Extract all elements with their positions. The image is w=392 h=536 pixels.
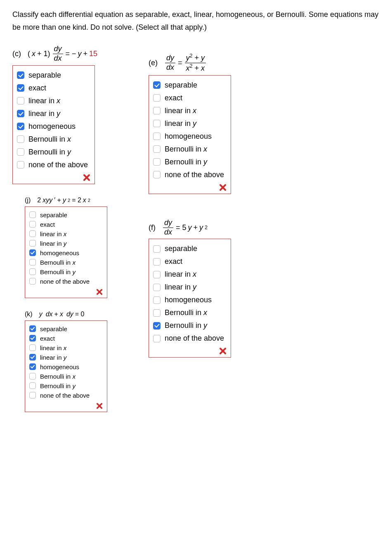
checkbox-icon [29, 392, 36, 398]
checkbox-icon [29, 268, 36, 275]
opt-k-exact[interactable]: exact [29, 334, 103, 343]
opt-e-none[interactable]: none of the above [153, 168, 227, 181]
question-e: (e) dydx = y2 + yx2 + x separable exact … [149, 53, 231, 194]
checkbox-icon [153, 271, 161, 278]
opt-c-homogeneous[interactable]: homogeneous [17, 120, 90, 133]
question-c: (c) (x + 1) dydx = −y + 15 separable exa… [12, 45, 107, 184]
checkbox-icon [153, 296, 161, 304]
opt-f-linear-x[interactable]: linear in x [153, 268, 227, 281]
checkbox-icon [153, 258, 161, 266]
checkbox-icon [153, 309, 161, 317]
checkbox-icon [29, 249, 36, 256]
opt-k-separable[interactable]: separable [29, 324, 103, 334]
opt-j-bernoulli-y[interactable]: Bernoulli in y [29, 267, 103, 277]
checkbox-icon [153, 133, 161, 140]
opt-k-bernoulli-y[interactable]: Bernoulli in y [29, 381, 103, 391]
answers-k: separable exact linear in x linear in y … [25, 320, 107, 412]
opt-k-none[interactable]: none of the above [29, 391, 103, 400]
checkbox-icon [17, 84, 24, 92]
checkbox-icon [153, 145, 161, 153]
opt-e-exact[interactable]: exact [153, 92, 227, 104]
checkbox-icon [29, 211, 36, 218]
checkbox-icon [29, 278, 36, 285]
question-k: (k) y dx + x dy = 0 separable exact line… [25, 311, 107, 412]
equation-f: (f) dydx = 5y + y2 [149, 219, 231, 237]
equation-e: (e) dydx = y2 + yx2 + x [149, 53, 231, 73]
checkbox-icon [153, 245, 161, 253]
opt-k-linear-x[interactable]: linear in x [29, 343, 103, 353]
answers-c: separable exact linear in x linear in y … [12, 65, 95, 184]
checkbox-icon [153, 158, 161, 166]
checkbox-icon [153, 120, 161, 127]
opt-e-bernoulli-x[interactable]: Bernoulli in x [153, 143, 227, 156]
opt-e-linear-y[interactable]: linear in y [153, 117, 227, 130]
opt-k-bernoulli-x[interactable]: Bernoulli in x [29, 372, 103, 381]
right-column: (e) dydx = y2 + yx2 + x separable exact … [149, 45, 231, 425]
checkbox-icon [29, 230, 36, 237]
checkbox-icon [153, 94, 161, 102]
checkbox-icon [29, 373, 36, 379]
checkbox-icon [29, 221, 36, 228]
opt-e-homogeneous[interactable]: homogeneous [153, 130, 227, 143]
wrong-icon [96, 403, 103, 409]
opt-e-separable[interactable]: separable [153, 79, 227, 92]
label-e: (e) [149, 59, 158, 67]
opt-e-bernoulli-y[interactable]: Bernoulli in y [153, 156, 227, 168]
checkbox-icon [29, 259, 36, 266]
checkbox-icon [17, 135, 24, 143]
checkbox-icon [17, 71, 24, 79]
checkbox-icon [29, 382, 36, 389]
opt-k-linear-y[interactable]: linear in y [29, 353, 103, 362]
instructions-text: Classify each differential equation as s… [12, 8, 380, 33]
checkbox-icon [17, 161, 24, 168]
equation-j: (j) 2xyy′ + y2 = 2x2 [25, 197, 107, 204]
answers-f: separable exact linear in x linear in y … [149, 239, 231, 358]
opt-f-none[interactable]: none of the above [153, 332, 227, 345]
checkbox-icon [17, 97, 24, 104]
label-f: (f) [149, 223, 156, 232]
equation-c: (c) (x + 1) dydx = −y + 15 [12, 45, 107, 63]
left-column: (c) (x + 1) dydx = −y + 15 separable exa… [12, 45, 107, 425]
opt-j-separable[interactable]: separable [29, 210, 103, 220]
checkbox-icon [29, 354, 36, 360]
checkbox-icon [29, 344, 36, 351]
opt-j-exact[interactable]: exact [29, 220, 103, 229]
opt-j-linear-x[interactable]: linear in x [29, 229, 103, 239]
opt-j-homogeneous[interactable]: homogeneous [29, 248, 103, 258]
checkbox-icon [153, 335, 161, 342]
checkbox-icon [29, 335, 36, 342]
opt-c-none[interactable]: none of the above [17, 159, 90, 171]
opt-f-separable[interactable]: separable [153, 242, 227, 255]
checkbox-icon [153, 107, 161, 114]
opt-c-bernoulli-y[interactable]: Bernoulli in y [17, 146, 90, 159]
opt-c-separable[interactable]: separable [17, 69, 90, 82]
opt-c-linear-y[interactable]: linear in y [17, 107, 90, 120]
opt-j-linear-y[interactable]: linear in y [29, 239, 103, 248]
opt-e-linear-x[interactable]: linear in x [153, 104, 227, 117]
answers-e: separable exact linear in x linear in y … [149, 75, 231, 194]
opt-c-linear-x[interactable]: linear in x [17, 95, 90, 107]
checkbox-icon [153, 81, 161, 89]
opt-f-homogeneous[interactable]: homogeneous [153, 294, 227, 306]
opt-c-bernoulli-x[interactable]: Bernoulli in x [17, 133, 90, 146]
wrong-icon [96, 289, 103, 295]
checkbox-icon [153, 171, 161, 178]
question-j: (j) 2xyy′ + y2 = 2x2 separable exact lin… [25, 197, 107, 298]
checkbox-icon [29, 240, 36, 247]
opt-j-none[interactable]: none of the above [29, 277, 103, 286]
opt-k-homogeneous[interactable]: homogeneous [29, 362, 103, 372]
question-f: (f) dydx = 5y + y2 separable exact linea… [149, 219, 231, 358]
checkbox-icon [17, 110, 24, 117]
checkbox-icon [153, 322, 161, 330]
opt-j-bernoulli-x[interactable]: Bernoulli in x [29, 258, 103, 267]
opt-f-bernoulli-y[interactable]: Bernoulli in y [153, 319, 227, 332]
checkbox-icon [29, 325, 36, 332]
opt-f-bernoulli-x[interactable]: Bernoulli in x [153, 306, 227, 319]
opt-f-linear-y[interactable]: linear in y [153, 281, 227, 294]
opt-f-exact[interactable]: exact [153, 255, 227, 268]
label-j: (j) [25, 197, 31, 204]
label-c: (c) [12, 50, 21, 58]
opt-c-exact[interactable]: exact [17, 82, 90, 95]
wrong-icon [219, 184, 227, 191]
wrong-icon [83, 174, 90, 181]
